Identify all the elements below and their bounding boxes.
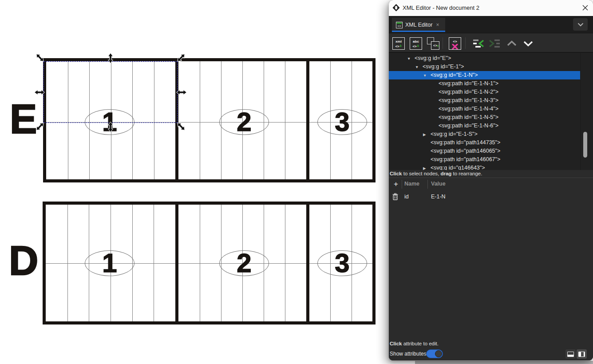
tree-node[interactable]: <svg:path id="path144735"> <box>389 138 580 147</box>
section-divider[interactable] <box>306 58 309 182</box>
tree-node-label: <svg:g id="E-1-N"> <box>431 72 478 78</box>
tree-node-label: <svg:path id="E-1-N-4"> <box>439 106 498 112</box>
dialog-titlebar[interactable]: XML Editor - New document 2 <box>389 0 593 16</box>
section-number[interactable]: 3 <box>335 109 349 135</box>
horizontal-split-icon <box>567 352 574 357</box>
add-attribute-button[interactable]: + <box>391 179 401 189</box>
tree-scrollbar-thumb[interactable] <box>583 132 587 158</box>
show-attributes-toggle[interactable] <box>426 349 443 358</box>
tree-node[interactable]: <svg:path id="E-1-N-5"> <box>389 113 580 122</box>
section-number[interactable]: 2 <box>237 250 251 277</box>
tree-node[interactable]: ▼<svg:g id="E-1-N"> <box>389 71 580 79</box>
section-ellipse[interactable]: 1 <box>85 250 134 276</box>
tree-node[interactable]: ▶<svg:g id="g146643"> <box>389 164 580 170</box>
selection-outline <box>43 61 178 123</box>
attribute-row[interactable]: idE-1-N <box>389 192 593 202</box>
xml-toolbar: xml <>+ abc <>+ <>+ <> <box>389 33 593 52</box>
tree-node-label: <svg:g id="E"> <box>415 55 451 61</box>
section-number[interactable]: 2 <box>237 109 251 135</box>
tab-close-icon[interactable]: × <box>436 22 439 28</box>
tree-node[interactable]: <svg:path id="E-1-N-2"> <box>389 88 580 96</box>
hint-text: attribute to edit. <box>402 341 439 346</box>
tree-node-label: <svg:g id="E-1"> <box>423 63 464 70</box>
tree-scrollbar-track[interactable] <box>580 53 593 170</box>
hint-text: to rearrange. <box>451 171 482 176</box>
column-separator <box>427 180 428 189</box>
indent-node-button[interactable] <box>488 38 501 49</box>
tab-strip: <> XML Editor × <box>389 16 593 33</box>
expander-down-icon[interactable]: ▼ <box>415 63 423 71</box>
attribute-hint: Click attribute to edit. <box>390 341 439 346</box>
section-divider[interactable] <box>306 202 309 324</box>
tree-node[interactable]: <svg:path id="E-1-N-4"> <box>389 105 580 113</box>
move-node-up-button[interactable] <box>505 38 518 49</box>
section-ellipse[interactable]: 2 <box>219 250 269 276</box>
front-square-icon: <>+ <box>431 41 439 50</box>
hint-text: to select nodes, <box>402 171 441 176</box>
element-glyph: <>+ <box>393 44 404 49</box>
attribute-value[interactable]: E-1-N <box>431 194 446 200</box>
panel-menu-button[interactable] <box>573 18 588 31</box>
new-text-node-button[interactable]: abc <>+ <box>410 37 422 50</box>
tree-node[interactable]: <svg:path id="E-1-N-1"> <box>389 79 580 88</box>
toolbar-separator <box>465 37 466 49</box>
tree-node[interactable]: ▼<svg:g id="E-1"> <box>389 63 580 71</box>
layout-horizontal-button[interactable] <box>565 349 576 359</box>
expander-right-icon[interactable]: ▶ <box>423 131 431 139</box>
indent-icon <box>489 39 500 48</box>
name-column-header: Name <box>404 181 419 187</box>
expander-right-icon[interactable]: ▶ <box>423 164 431 170</box>
selection-handle[interactable] <box>108 53 114 64</box>
active-tab-indicator <box>392 31 445 32</box>
tree-node[interactable]: <svg:path id="E-1-N-3"> <box>389 96 580 105</box>
selection-handle[interactable] <box>176 89 187 95</box>
abc-glyph: abc <box>410 40 422 44</box>
element-glyph: <>+ <box>410 44 422 49</box>
plus-icon: + <box>437 43 439 50</box>
section-number[interactable]: 1 <box>102 250 117 277</box>
tree-node[interactable]: ▶<svg:g id="E-1-S"> <box>389 130 580 138</box>
tree-node-label: <svg:path id="E-1-N-5"> <box>439 114 498 120</box>
tree-node[interactable]: <svg:path id="path146065"> <box>389 147 580 155</box>
selection-handle[interactable] <box>108 122 114 133</box>
section-number[interactable]: 3 <box>335 250 349 277</box>
tree-node[interactable]: <svg:path id="path146067"> <box>389 155 580 164</box>
tree-node[interactable]: <svg:path id="E-1-N-6"> <box>389 122 580 130</box>
delete-node-button[interactable]: <> <box>449 37 461 50</box>
row-label-D[interactable]: D <box>9 240 38 281</box>
toggle-knob <box>435 350 442 357</box>
move-node-down-button[interactable] <box>522 38 535 49</box>
section-ellipse[interactable]: 2 <box>219 109 269 135</box>
value-column-header: Value <box>431 181 446 187</box>
duplicate-node-button[interactable]: <>+ <box>427 37 440 50</box>
xml-editor-dialog: XML Editor - New document 2 <> XML Edito… <box>389 0 593 360</box>
column-separator <box>402 180 402 189</box>
chevron-down-icon <box>577 23 584 27</box>
dialog-close-button[interactable] <box>580 4 590 13</box>
delete-x-icon <box>452 44 458 49</box>
selection-handle[interactable] <box>34 89 45 95</box>
unindent-node-button[interactable] <box>472 38 485 49</box>
row-label-E[interactable]: E <box>10 99 37 139</box>
attribute-name[interactable]: id <box>404 194 409 200</box>
section-ellipse[interactable]: 3 <box>317 250 367 276</box>
dialog-title: XML Editor - New document 2 <box>403 4 479 11</box>
delete-attribute-button[interactable] <box>392 193 398 202</box>
tree-node[interactable]: ▼<svg:g id="E"> <box>389 54 580 63</box>
trash-icon <box>392 193 398 200</box>
expander-down-icon[interactable]: ▼ <box>407 55 415 63</box>
tree-node-label: <svg:path id="E-1-N-1"> <box>439 80 498 87</box>
tab-label: XML Editor <box>405 22 432 28</box>
section-ellipse[interactable]: 3 <box>317 109 367 135</box>
tree-node-label: <svg:g id="E-1-S"> <box>431 131 478 137</box>
xml-tree: ▼<svg:g id="E">▼<svg:g id="E-1">▼<svg:g … <box>389 52 593 170</box>
close-icon <box>582 5 588 11</box>
hint-text: Click <box>390 341 402 346</box>
show-attributes-label: Show attributes <box>390 351 427 357</box>
new-element-node-button[interactable]: xml <>+ <box>392 37 405 50</box>
tab-xml-editor[interactable]: <> XML Editor × <box>392 18 445 32</box>
chevron-down-icon <box>523 40 534 47</box>
expander-down-icon[interactable]: ▼ <box>423 71 431 80</box>
section-divider[interactable] <box>175 202 178 324</box>
layout-vertical-button[interactable] <box>577 349 587 359</box>
